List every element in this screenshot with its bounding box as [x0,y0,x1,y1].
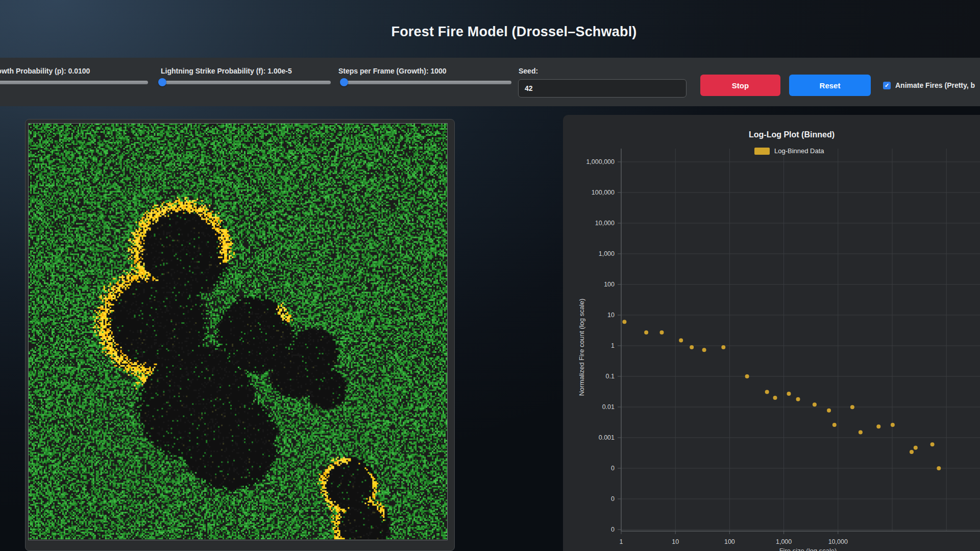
growth-probability-slider[interactable] [0,81,148,84]
forest-grid-canvas [28,123,448,540]
data-point [679,338,683,342]
page-title: Forest Fire Model (Drossel–Schwabl) [48,24,980,40]
stop-button[interactable]: Stop [700,75,780,96]
chart-title: Log-Log Plot (Binned) [749,130,835,139]
y-tick-label: 0 [611,495,615,502]
data-point [787,392,791,396]
checkmark-icon: ✓ [885,82,889,88]
data-point [930,442,935,446]
data-point [937,466,941,470]
y-tick-label: 1,000 [599,250,615,257]
y-tick-label: 0.001 [599,434,615,441]
data-point [827,409,831,413]
data-point [745,374,749,378]
data-point [876,424,880,428]
lightning-probability-label: Lightning Strike Probability (f): 1.00e-… [161,67,292,75]
y-tick-label: 10,000 [595,220,615,227]
y-tick-label: 100 [604,281,615,288]
data-point [813,402,817,406]
data-point [832,423,837,427]
loglog-plot: 1,000,000100,00010,0001,0001001010.10.01… [563,115,980,551]
chart-legend[interactable]: Log-Binned Data [754,147,824,155]
seed-label: Seed: [519,67,538,75]
y-tick-label: 0 [611,465,615,472]
y-tick-label: 0 [611,526,615,533]
legend-label: Log-Binned Data [774,147,824,155]
reset-button[interactable]: Reset [789,75,871,96]
data-point [690,345,694,349]
chart-panel: 1,000,000100,00010,0001,0001001010.10.01… [563,115,980,551]
y-tick-label: 1 [611,342,615,349]
animate-fires-checkbox[interactable]: ✓ [883,82,891,89]
x-tick-label: 1 [620,538,623,545]
slider-thumb[interactable] [158,78,166,86]
y-axis-title: Normalized Fire count (log scale) [578,299,585,396]
data-point [773,396,777,400]
steps-per-frame-label: Steps per Frame (Growth): 1000 [338,67,447,75]
data-point [796,397,800,401]
growth-probability-label: Growth Probability (p): 0.0100 [0,67,90,75]
data-point [850,405,854,409]
y-tick-label: 1,000,000 [586,158,615,165]
animate-fires-label: Animate Fires (Pretty, b [895,81,975,89]
data-point [622,320,626,324]
steps-per-frame-slider[interactable] [341,81,511,84]
data-point [765,390,769,394]
x-tick-label: 1,000 [776,538,792,545]
data-point [721,345,725,349]
data-point [644,330,648,334]
x-tick-label: 10,000 [828,538,848,545]
page-header: Forest Fire Model (Drossel–Schwabl) [0,0,980,58]
data-point [702,348,706,352]
legend-swatch [754,148,770,155]
y-tick-label: 10 [607,312,615,319]
y-tick-label: 0.1 [606,373,615,380]
data-point [891,423,895,427]
x-axis-label: Fire size (log scale) [779,547,837,551]
y-tick-label: 0.01 [602,403,615,411]
controls-toolbar: Growth Probability (p): 0.0100 Lightning… [0,58,980,106]
data-point [910,450,914,454]
lightning-probability-slider[interactable] [159,81,331,84]
data-point [660,330,664,334]
x-tick-label: 10 [672,538,679,545]
slider-thumb[interactable] [340,78,348,86]
x-tick-label: 100 [724,538,735,545]
seed-input[interactable] [518,79,687,98]
y-tick-label: 100,000 [592,189,615,196]
data-point [914,446,918,450]
data-point [859,430,863,434]
